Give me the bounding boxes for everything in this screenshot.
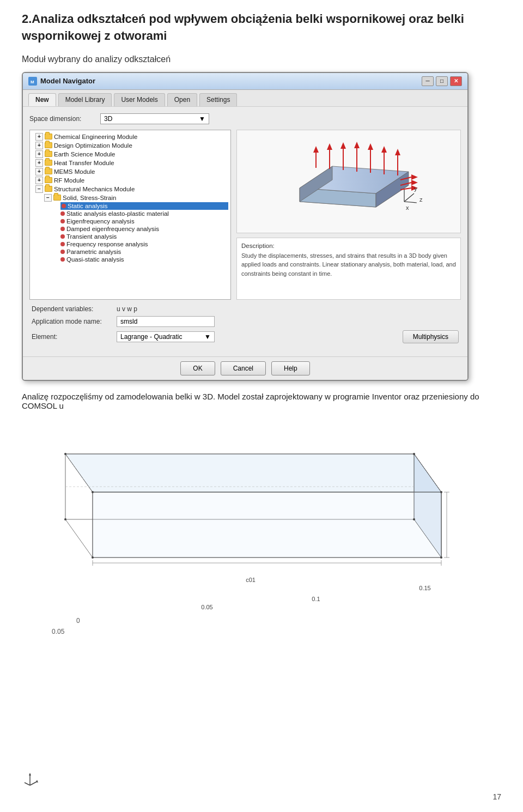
expand-icon[interactable]: +: [35, 133, 43, 141]
svg-marker-41: [93, 492, 441, 558]
list-item[interactable]: Transient analysis: [60, 233, 228, 240]
list-item[interactable]: + Design Optimization Module: [34, 141, 228, 150]
list-item[interactable]: Static analysis elasto-plastic material: [60, 210, 228, 217]
svg-marker-10: [327, 143, 332, 150]
space-dimension-label: Space dimension:: [29, 115, 95, 123]
module-label: MEMS Module: [54, 168, 95, 175]
svg-point-60: [413, 518, 415, 520]
svg-text:c01: c01: [246, 577, 256, 583]
module-tree-scroll[interactable]: + Chemical Engineering Module + Design O…: [30, 130, 230, 299]
tab-model-library[interactable]: Model Library: [58, 93, 112, 106]
list-item[interactable]: Parametric analysis: [60, 248, 228, 256]
tab-user-models[interactable]: User Models: [114, 93, 165, 106]
expand-icon[interactable]: +: [35, 150, 43, 158]
analysis-label: Damped eigenfrequency analysis: [66, 226, 159, 232]
bullet-icon: [60, 257, 65, 262]
list-item[interactable]: + Chemical Engineering Module: [34, 132, 228, 141]
folder-icon: [45, 177, 52, 183]
dialog-body: Space dimension: 3D ▼ + Chemical Enginee: [23, 107, 467, 356]
analysis-label: Transient analysis: [66, 233, 117, 240]
space-dimension-select[interactable]: 3D ▼: [100, 113, 209, 124]
svg-marker-14: [354, 142, 360, 148]
list-item[interactable]: Eigenfrequency analysis: [60, 217, 228, 225]
space-dimension-row: Space dimension: 3D ▼: [29, 113, 461, 124]
module-label: RF Module: [54, 177, 84, 184]
bullet-icon: [60, 242, 65, 246]
analysis-label: Parametric analysis: [66, 249, 121, 255]
module-label: Structural Mechanics Module: [54, 186, 135, 192]
tab-new[interactable]: New: [28, 93, 56, 106]
bullet-icon: [60, 234, 65, 239]
close-button[interactable]: ✕: [450, 76, 462, 86]
maximize-button[interactable]: □: [436, 76, 448, 86]
description-box: Description: Study the displacements, st…: [236, 238, 461, 300]
list-item[interactable]: + Earth Science Module: [34, 150, 228, 159]
analysis-label: Eigenfrequency analysis: [66, 218, 135, 225]
folder-icon: [45, 168, 52, 174]
cancel-button[interactable]: Cancel: [221, 361, 266, 375]
module-label: Earth Science Module: [54, 151, 115, 157]
list-item[interactable]: − Solid, Stress-Strain: [43, 193, 228, 202]
expand-icon[interactable]: +: [35, 159, 43, 167]
svg-text:z: z: [419, 196, 423, 203]
svg-text:M: M: [31, 80, 34, 84]
tab-settings[interactable]: Settings: [199, 93, 237, 106]
module-tree-panel: + Chemical Engineering Module + Design O…: [29, 130, 231, 300]
svg-point-61: [92, 491, 94, 493]
list-item[interactable]: + RF Module: [34, 176, 228, 185]
svg-point-62: [440, 491, 442, 493]
main-panel: + Chemical Engineering Module + Design O…: [29, 130, 461, 300]
svg-text:y: y: [414, 185, 417, 192]
svg-text:x: x: [406, 204, 409, 211]
list-item[interactable]: Damped eigenfrequency analysis: [60, 225, 228, 233]
svg-text:0.05: 0.05: [52, 628, 65, 635]
list-item[interactable]: + MEMS Module: [34, 167, 228, 176]
list-item[interactable]: + Heat Transfer Module: [34, 159, 228, 167]
dependent-variables-row: Dependent variables: u v w p: [32, 305, 459, 313]
model-preview: y z x: [236, 130, 461, 233]
element-row: Element: Lagrange - Quadratic ▼ Multiphy…: [32, 330, 459, 343]
svg-line-30: [404, 193, 414, 202]
folder-icon: [45, 142, 52, 148]
help-button[interactable]: Help: [271, 361, 310, 375]
svg-marker-24: [411, 180, 418, 185]
expand-icon[interactable]: −: [44, 194, 52, 202]
minimize-button[interactable]: ─: [422, 76, 434, 86]
module-label: Heat Transfer Module: [54, 160, 114, 166]
tab-open[interactable]: Open: [167, 93, 197, 106]
expand-icon[interactable]: +: [35, 177, 43, 184]
svg-line-38: [65, 519, 93, 558]
description-text: Study the displacements, stresses, and s…: [241, 251, 456, 278]
right-panel: y z x Description: Study the displacemen…: [236, 130, 461, 300]
application-mode-input[interactable]: smsld: [117, 316, 215, 327]
expand-icon[interactable]: −: [35, 185, 43, 193]
multiphysics-button[interactable]: Multiphysics: [403, 330, 459, 343]
dialog-title-text: Model Navigator: [40, 77, 95, 85]
bottom-fields: Dependent variables: u v w p Application…: [29, 305, 461, 350]
application-mode-row: Application mode name: smsld: [32, 316, 459, 327]
bullet-icon: [62, 204, 66, 208]
application-mode-label: Application mode name:: [32, 318, 113, 325]
list-item[interactable]: Quasi-static analysis: [60, 256, 228, 263]
svg-text:0.1: 0.1: [312, 596, 320, 602]
element-select[interactable]: Lagrange - Quadratic ▼: [117, 331, 215, 342]
dependent-variables-value: u v w p: [117, 305, 137, 313]
ok-button[interactable]: OK: [180, 361, 215, 375]
dialog-footer: OK Cancel Help: [23, 356, 467, 380]
coordinate-axes-icon: [22, 772, 38, 790]
svg-marker-8: [313, 146, 319, 153]
element-left: Element: Lagrange - Quadratic ▼: [32, 331, 215, 342]
svg-point-64: [440, 556, 442, 559]
svg-marker-39: [65, 454, 441, 492]
list-item[interactable]: Static analysis: [60, 202, 228, 210]
expand-icon[interactable]: +: [35, 142, 43, 149]
dialog-window-controls: ─ □ ✕: [422, 76, 462, 86]
model-3d-preview-svg: y z x: [267, 131, 430, 232]
model-navigator-dialog: M Model Navigator ─ □ ✕ New Model Librar…: [22, 72, 469, 381]
bullet-icon: [60, 250, 65, 254]
paragraph-text: Analizę rozpoczęliśmy od zamodelowania b…: [22, 392, 501, 410]
list-item[interactable]: Frequency response analysis: [60, 240, 228, 248]
list-item[interactable]: − Structural Mechanics Module: [34, 185, 228, 193]
expand-icon[interactable]: +: [35, 168, 43, 175]
folder-icon: [45, 186, 52, 192]
